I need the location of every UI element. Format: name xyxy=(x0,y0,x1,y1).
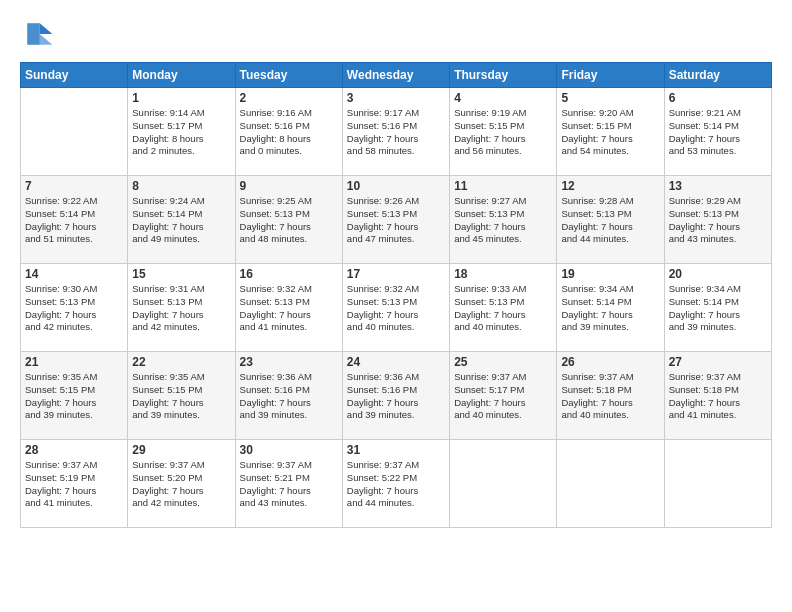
logo xyxy=(20,16,60,52)
day-header-sunday: Sunday xyxy=(21,63,128,88)
day-number: 3 xyxy=(347,91,445,105)
day-header-saturday: Saturday xyxy=(664,63,771,88)
svg-marker-1 xyxy=(40,34,53,45)
calendar-cell xyxy=(450,440,557,528)
cell-info: Sunrise: 9:35 AM Sunset: 5:15 PM Dayligh… xyxy=(25,371,123,422)
cell-info: Sunrise: 9:37 AM Sunset: 5:18 PM Dayligh… xyxy=(561,371,659,422)
calendar-cell: 6Sunrise: 9:21 AM Sunset: 5:14 PM Daylig… xyxy=(664,88,771,176)
cell-info: Sunrise: 9:20 AM Sunset: 5:15 PM Dayligh… xyxy=(561,107,659,158)
calendar-cell: 8Sunrise: 9:24 AM Sunset: 5:14 PM Daylig… xyxy=(128,176,235,264)
cell-info: Sunrise: 9:21 AM Sunset: 5:14 PM Dayligh… xyxy=(669,107,767,158)
day-number: 23 xyxy=(240,355,338,369)
day-number: 17 xyxy=(347,267,445,281)
calendar-week-row: 28Sunrise: 9:37 AM Sunset: 5:19 PM Dayli… xyxy=(21,440,772,528)
day-number: 9 xyxy=(240,179,338,193)
day-number: 6 xyxy=(669,91,767,105)
calendar-cell: 18Sunrise: 9:33 AM Sunset: 5:13 PM Dayli… xyxy=(450,264,557,352)
day-number: 28 xyxy=(25,443,123,457)
cell-info: Sunrise: 9:22 AM Sunset: 5:14 PM Dayligh… xyxy=(25,195,123,246)
cell-info: Sunrise: 9:34 AM Sunset: 5:14 PM Dayligh… xyxy=(669,283,767,334)
day-number: 20 xyxy=(669,267,767,281)
calendar-cell xyxy=(664,440,771,528)
calendar-week-row: 1Sunrise: 9:14 AM Sunset: 5:17 PM Daylig… xyxy=(21,88,772,176)
calendar-cell: 24Sunrise: 9:36 AM Sunset: 5:16 PM Dayli… xyxy=(342,352,449,440)
day-number: 30 xyxy=(240,443,338,457)
cell-info: Sunrise: 9:17 AM Sunset: 5:16 PM Dayligh… xyxy=(347,107,445,158)
calendar-week-row: 14Sunrise: 9:30 AM Sunset: 5:13 PM Dayli… xyxy=(21,264,772,352)
day-number: 12 xyxy=(561,179,659,193)
calendar-cell: 28Sunrise: 9:37 AM Sunset: 5:19 PM Dayli… xyxy=(21,440,128,528)
cell-info: Sunrise: 9:28 AM Sunset: 5:13 PM Dayligh… xyxy=(561,195,659,246)
calendar-cell: 16Sunrise: 9:32 AM Sunset: 5:13 PM Dayli… xyxy=(235,264,342,352)
calendar-cell: 5Sunrise: 9:20 AM Sunset: 5:15 PM Daylig… xyxy=(557,88,664,176)
cell-info: Sunrise: 9:33 AM Sunset: 5:13 PM Dayligh… xyxy=(454,283,552,334)
calendar-cell: 20Sunrise: 9:34 AM Sunset: 5:14 PM Dayli… xyxy=(664,264,771,352)
calendar-cell: 13Sunrise: 9:29 AM Sunset: 5:13 PM Dayli… xyxy=(664,176,771,264)
day-number: 10 xyxy=(347,179,445,193)
calendar-cell: 30Sunrise: 9:37 AM Sunset: 5:21 PM Dayli… xyxy=(235,440,342,528)
day-header-tuesday: Tuesday xyxy=(235,63,342,88)
cell-info: Sunrise: 9:14 AM Sunset: 5:17 PM Dayligh… xyxy=(132,107,230,158)
calendar-cell: 14Sunrise: 9:30 AM Sunset: 5:13 PM Dayli… xyxy=(21,264,128,352)
day-number: 11 xyxy=(454,179,552,193)
cell-info: Sunrise: 9:35 AM Sunset: 5:15 PM Dayligh… xyxy=(132,371,230,422)
day-header-monday: Monday xyxy=(128,63,235,88)
calendar-cell: 9Sunrise: 9:25 AM Sunset: 5:13 PM Daylig… xyxy=(235,176,342,264)
header xyxy=(20,16,772,52)
svg-marker-0 xyxy=(40,23,53,34)
calendar-cell: 7Sunrise: 9:22 AM Sunset: 5:14 PM Daylig… xyxy=(21,176,128,264)
calendar-cell: 3Sunrise: 9:17 AM Sunset: 5:16 PM Daylig… xyxy=(342,88,449,176)
day-header-friday: Friday xyxy=(557,63,664,88)
cell-info: Sunrise: 9:37 AM Sunset: 5:19 PM Dayligh… xyxy=(25,459,123,510)
day-number: 5 xyxy=(561,91,659,105)
day-number: 19 xyxy=(561,267,659,281)
day-number: 16 xyxy=(240,267,338,281)
day-number: 15 xyxy=(132,267,230,281)
day-number: 26 xyxy=(561,355,659,369)
day-number: 22 xyxy=(132,355,230,369)
cell-info: Sunrise: 9:32 AM Sunset: 5:13 PM Dayligh… xyxy=(240,283,338,334)
cell-info: Sunrise: 9:37 AM Sunset: 5:18 PM Dayligh… xyxy=(669,371,767,422)
day-number: 13 xyxy=(669,179,767,193)
calendar-week-row: 7Sunrise: 9:22 AM Sunset: 5:14 PM Daylig… xyxy=(21,176,772,264)
cell-info: Sunrise: 9:32 AM Sunset: 5:13 PM Dayligh… xyxy=(347,283,445,334)
cell-info: Sunrise: 9:30 AM Sunset: 5:13 PM Dayligh… xyxy=(25,283,123,334)
calendar-cell: 29Sunrise: 9:37 AM Sunset: 5:20 PM Dayli… xyxy=(128,440,235,528)
cell-info: Sunrise: 9:37 AM Sunset: 5:22 PM Dayligh… xyxy=(347,459,445,510)
day-number: 14 xyxy=(25,267,123,281)
cell-info: Sunrise: 9:37 AM Sunset: 5:17 PM Dayligh… xyxy=(454,371,552,422)
day-number: 31 xyxy=(347,443,445,457)
calendar-cell: 11Sunrise: 9:27 AM Sunset: 5:13 PM Dayli… xyxy=(450,176,557,264)
logo-icon xyxy=(20,16,56,52)
calendar-cell: 25Sunrise: 9:37 AM Sunset: 5:17 PM Dayli… xyxy=(450,352,557,440)
day-number: 8 xyxy=(132,179,230,193)
day-number: 7 xyxy=(25,179,123,193)
day-number: 25 xyxy=(454,355,552,369)
calendar-cell: 4Sunrise: 9:19 AM Sunset: 5:15 PM Daylig… xyxy=(450,88,557,176)
cell-info: Sunrise: 9:31 AM Sunset: 5:13 PM Dayligh… xyxy=(132,283,230,334)
calendar-cell: 1Sunrise: 9:14 AM Sunset: 5:17 PM Daylig… xyxy=(128,88,235,176)
calendar-cell: 10Sunrise: 9:26 AM Sunset: 5:13 PM Dayli… xyxy=(342,176,449,264)
calendar-cell: 27Sunrise: 9:37 AM Sunset: 5:18 PM Dayli… xyxy=(664,352,771,440)
calendar-cell: 15Sunrise: 9:31 AM Sunset: 5:13 PM Dayli… xyxy=(128,264,235,352)
page: SundayMondayTuesdayWednesdayThursdayFrid… xyxy=(0,0,792,612)
cell-info: Sunrise: 9:27 AM Sunset: 5:13 PM Dayligh… xyxy=(454,195,552,246)
calendar-cell: 23Sunrise: 9:36 AM Sunset: 5:16 PM Dayli… xyxy=(235,352,342,440)
day-number: 1 xyxy=(132,91,230,105)
calendar-cell: 12Sunrise: 9:28 AM Sunset: 5:13 PM Dayli… xyxy=(557,176,664,264)
cell-info: Sunrise: 9:37 AM Sunset: 5:21 PM Dayligh… xyxy=(240,459,338,510)
calendar-cell xyxy=(557,440,664,528)
cell-info: Sunrise: 9:36 AM Sunset: 5:16 PM Dayligh… xyxy=(240,371,338,422)
day-number: 27 xyxy=(669,355,767,369)
day-number: 29 xyxy=(132,443,230,457)
cell-info: Sunrise: 9:25 AM Sunset: 5:13 PM Dayligh… xyxy=(240,195,338,246)
day-header-wednesday: Wednesday xyxy=(342,63,449,88)
calendar-cell: 31Sunrise: 9:37 AM Sunset: 5:22 PM Dayli… xyxy=(342,440,449,528)
cell-info: Sunrise: 9:29 AM Sunset: 5:13 PM Dayligh… xyxy=(669,195,767,246)
calendar-cell: 2Sunrise: 9:16 AM Sunset: 5:16 PM Daylig… xyxy=(235,88,342,176)
day-number: 2 xyxy=(240,91,338,105)
calendar-cell: 22Sunrise: 9:35 AM Sunset: 5:15 PM Dayli… xyxy=(128,352,235,440)
svg-rect-2 xyxy=(27,23,40,45)
day-number: 4 xyxy=(454,91,552,105)
cell-info: Sunrise: 9:16 AM Sunset: 5:16 PM Dayligh… xyxy=(240,107,338,158)
